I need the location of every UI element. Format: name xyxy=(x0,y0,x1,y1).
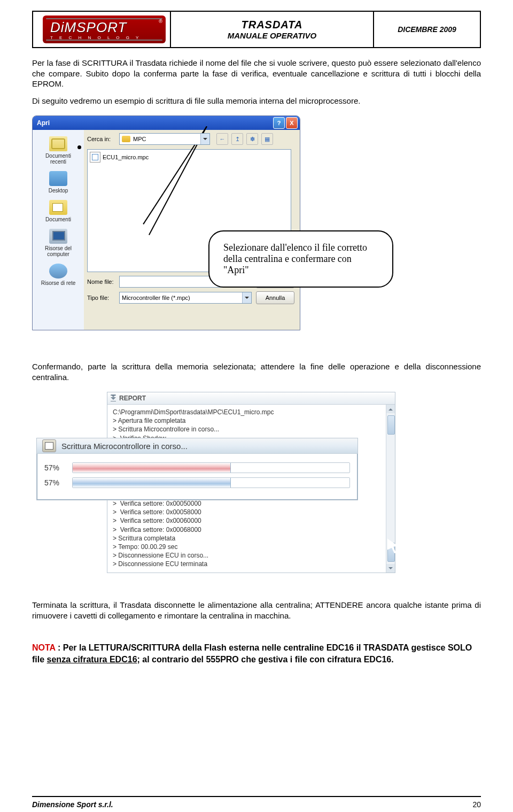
report-line: C:\Programmi\DimSport\trasdata\MPC\ECU1_… xyxy=(113,408,393,416)
documents-icon xyxy=(49,200,67,215)
chevron-down-icon xyxy=(200,134,209,144)
report-line: > Verifica settore: 0x00060000 xyxy=(113,516,393,525)
progress-title: Scrittura Microcontrollore in corso... xyxy=(61,442,188,451)
places-network[interactable]: Risorse di rete xyxy=(33,260,84,289)
recent-docs-icon xyxy=(49,136,67,151)
report-line: > Apertura file completata xyxy=(113,416,393,425)
view-menu-icon[interactable]: ▦ xyxy=(261,133,273,145)
back-icon[interactable]: ← xyxy=(216,133,228,145)
report-line: > Verifica settore: 0x00058000 xyxy=(113,508,393,516)
folder-icon xyxy=(122,136,130,142)
progress-percent-1: 57% xyxy=(44,463,67,472)
paragraph-2: Di seguito vedremo un esempio di scrittu… xyxy=(32,96,481,106)
progress-dialog: Scrittura Microcontrollore in corso... 5… xyxy=(36,438,358,500)
places-documents[interactable]: Documenti xyxy=(33,197,84,226)
progress-icon xyxy=(42,439,56,452)
network-icon xyxy=(49,264,67,279)
report-line: > Tempo: 00.00.29 sec xyxy=(113,543,393,551)
report-line: > Scrittura completata xyxy=(113,534,393,543)
report-title: REPORT xyxy=(119,395,146,402)
desktop-icon xyxy=(49,171,67,186)
nota-paragraph: NOTA : Per la LETTURA/SCRITTURA della Fl… xyxy=(32,642,481,665)
filename-label: Nome file: xyxy=(87,279,119,285)
report-illustration: REPORT C:\Programmi\DimSport\trasdata\MP… xyxy=(107,392,395,573)
file-name: ECU1_micro.mpc xyxy=(103,154,149,160)
places-bar: Documenti recenti Desktop Documenti Riso… xyxy=(33,130,84,330)
open-dialog-title: Apri xyxy=(37,119,50,127)
paragraph-1: Per la fase di SCRITTURA il Trasdata ric… xyxy=(32,58,481,89)
callout-text: Selezionare dall'elenco il file corretto… xyxy=(223,242,367,275)
report-line: > Verifica settore: 0x00050000 xyxy=(113,499,393,508)
open-dialog-titlebar: Apri ? X xyxy=(33,116,300,130)
callout-bubble: Selezionare dall'elenco il file corretto… xyxy=(208,230,393,288)
report-line: > Disconnessione ECU terminata xyxy=(113,560,393,568)
logo-registered: ® xyxy=(159,19,162,24)
lookin-dropdown[interactable]: MPC xyxy=(119,133,210,145)
progress-bar-2 xyxy=(72,477,350,488)
report-line: > Verifica settore: 0x00068000 xyxy=(113,525,393,534)
nota-underline: senza cifratura EDC16 xyxy=(47,655,137,664)
header-logo-cell: DiMSPORT T E C H N O L O G Y ® xyxy=(32,11,171,48)
dimsport-logo: DiMSPORT T E C H N O L O G Y ® xyxy=(43,16,166,43)
chevron-down-icon xyxy=(242,292,251,303)
places-recent[interactable]: Documenti recenti xyxy=(33,133,84,168)
header-date: DICEMBRE 2009 xyxy=(398,25,456,34)
titlebar-help-button[interactable]: ? xyxy=(273,117,285,129)
callout-anchor-icon xyxy=(77,145,81,149)
paragraph-4: Terminata la scrittura, il Trasdata disc… xyxy=(32,600,481,621)
up-folder-icon[interactable]: ↥ xyxy=(231,133,243,145)
lookin-label: Cerca in: xyxy=(87,136,119,142)
filetype-dropdown[interactable]: Microcontroller file (*.mpc) xyxy=(119,292,252,304)
progress-bar-1 xyxy=(72,462,350,473)
progress-percent-2: 57% xyxy=(44,478,67,487)
new-folder-icon[interactable]: ✽ xyxy=(246,133,258,145)
scroll-up-icon[interactable] xyxy=(386,405,395,413)
file-icon xyxy=(90,152,100,163)
nota-label: NOTA xyxy=(32,643,56,652)
header-subtitle: MANUALE OPERATIVO xyxy=(228,31,316,40)
scroll-down-icon[interactable] xyxy=(386,564,395,573)
lookin-value: MPC xyxy=(133,136,146,142)
logo-dim: DiM xyxy=(50,19,76,35)
computer-icon xyxy=(49,229,67,244)
scroll-thumb[interactable] xyxy=(387,415,395,435)
filetype-label: Tipo file: xyxy=(87,295,119,301)
collapse-icon[interactable] xyxy=(111,395,116,401)
nota-text-2: ; al contrario del 555PRO che gestiva i … xyxy=(137,655,394,664)
filetype-value: Microcontroller file (*.mpc) xyxy=(122,295,190,301)
footer-page: 20 xyxy=(472,800,481,809)
logo-technology: T E C H N O L O G Y xyxy=(50,35,141,40)
places-computer[interactable]: Risorse del computer xyxy=(33,226,84,260)
logo-sport: SPORT xyxy=(76,19,127,35)
header-title: TRASDATA xyxy=(241,19,302,31)
places-desktop[interactable]: Desktop xyxy=(33,168,84,197)
cancel-button[interactable]: Annulla xyxy=(256,291,294,304)
report-line: > Scrittura Microcontrollore in corso... xyxy=(113,425,393,434)
titlebar-close-button[interactable]: X xyxy=(286,117,298,129)
report-line: > Disconnessione ECU in corso... xyxy=(113,551,393,560)
cursor-icon xyxy=(152,152,158,162)
header-right: DICEMBRE 2009 xyxy=(374,11,481,48)
header-center: TRASDATA MANUALE OPERATIVO xyxy=(171,11,374,48)
report-header: REPORT xyxy=(107,392,395,405)
page-header: DiMSPORT T E C H N O L O G Y ® TRASDATA … xyxy=(32,11,481,48)
open-dialog-toolbar: ← ↥ ✽ ▦ xyxy=(216,133,273,145)
footer-rule xyxy=(32,796,481,797)
open-dialog: Apri ? X Documenti recenti Desktop Docum… xyxy=(32,115,300,330)
paragraph-3: Confermando, parte la scrittura della me… xyxy=(32,361,481,382)
open-dialog-illustration: Apri ? X Documenti recenti Desktop Docum… xyxy=(32,115,379,345)
footer-company: Dimensione Sport s.r.l. xyxy=(32,800,113,809)
